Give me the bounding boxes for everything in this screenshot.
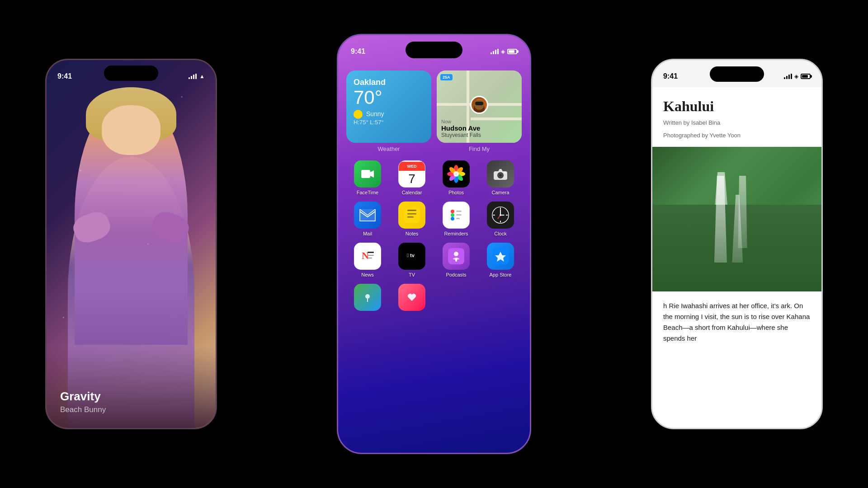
app-camera[interactable]: Camera (479, 156, 522, 197)
calendar-day: WED (399, 162, 425, 171)
svg-point-11 (453, 171, 459, 177)
svg-point-25 (451, 217, 454, 221)
svg-point-24 (451, 213, 454, 217)
left-wifi-icon: ▲ (199, 73, 205, 80)
svg-rect-28 (456, 218, 460, 219)
clock-label: Clock (494, 231, 507, 236)
right-wifi-icon: ◈ (794, 73, 798, 80)
app-health-partial[interactable] (391, 279, 433, 313)
app-grid: FaceTime WED 7 Calendar (346, 156, 522, 279)
svg-rect-19 (407, 210, 416, 211)
mail-label: Mail (363, 231, 372, 236)
facetime-icon (354, 160, 381, 188)
weather-condition: Sunny (354, 110, 424, 119)
left-time: 9:41 (57, 72, 72, 80)
news-label: News (361, 272, 374, 277)
app-appstore[interactable]: App Store (479, 238, 522, 279)
left-track-artist: Beach Bunny (60, 405, 106, 414)
appstore-icon-svg (492, 248, 509, 264)
sun-icon (354, 110, 363, 119)
appstore-label: App Store (490, 272, 512, 277)
svg-rect-22 (448, 207, 464, 223)
svg-rect-26 (456, 211, 462, 212)
article-title: Kahului (663, 98, 811, 115)
svg-rect-42 (368, 255, 374, 256)
reminders-icon (443, 202, 470, 229)
health-icon (398, 284, 425, 311)
article-header: Kahului Written by Isabel Bina Photograp… (652, 87, 821, 147)
right-article-content: Kahului Written by Isabel Bina Photograp… (652, 87, 821, 428)
left-signal-icon (189, 74, 197, 79)
map-now: Now (441, 119, 481, 124)
findmy-widget-container: 25A Now Hudson Ave (437, 70, 522, 152)
maps-icon-svg (361, 291, 374, 304)
map-city: Stuyvesant Falls (441, 132, 481, 138)
right-phone: 9:41 ◈ Kahului Written by Isabel Bina Ph… (651, 59, 823, 429)
appstore-icon (487, 243, 514, 270)
findmy-label: Find My (437, 145, 522, 152)
center-wifi-icon: ◈ (501, 48, 505, 55)
podcasts-icon-svg (448, 248, 464, 264)
app-mail[interactable]: Mail (346, 197, 389, 238)
svg-rect-18 (404, 207, 420, 223)
calendar-icon: WED 7 (398, 160, 425, 188)
article-paragraph: h Rie Iwahashi arrives at her office, it… (663, 300, 811, 344)
svg-rect-48 (455, 258, 457, 262)
left-artwork: Gravity Beach Bunny (47, 60, 216, 428)
svg-rect-20 (407, 213, 416, 215)
mail-icon (354, 202, 381, 229)
right-battery-icon (801, 74, 811, 79)
svg-text: tv:  tv (407, 253, 415, 258)
left-status-icons: ▲ (189, 73, 205, 80)
tv-label: TV (409, 272, 415, 277)
photos-icon-svg (446, 164, 466, 184)
article-image (652, 147, 821, 291)
weather-temp: 70° (354, 87, 424, 108)
notes-icon-svg (404, 207, 420, 223)
svg-point-38 (500, 214, 501, 216)
photos-label: Photos (448, 190, 464, 195)
facetime-label: FaceTime (357, 190, 379, 195)
clock-icon-svg (491, 206, 510, 225)
app-notes[interactable]: Notes (391, 197, 433, 238)
center-dynamic-island (406, 42, 462, 58)
app-photos[interactable]: Photos (435, 156, 477, 197)
app-maps-partial[interactable] (346, 279, 389, 313)
app-clock[interactable]: Clock (479, 197, 522, 238)
app-calendar[interactable]: WED 7 Calendar (391, 156, 433, 197)
app-podcasts[interactable]: Podcasts (435, 238, 477, 279)
center-status-icons: ◈ (491, 48, 517, 55)
map-pin (470, 96, 488, 114)
app-facetime[interactable]: FaceTime (346, 156, 389, 197)
svg-point-47 (454, 252, 458, 256)
reminders-label: Reminders (444, 231, 468, 236)
center-signal-icon (491, 49, 499, 54)
svg-point-15 (499, 174, 502, 177)
notes-label: Notes (406, 231, 419, 236)
app-news[interactable]: N News (346, 238, 389, 279)
bottom-app-row (346, 279, 522, 313)
notes-icon (398, 202, 425, 229)
weather-highlow: H:75° L:57° (354, 119, 424, 126)
app-reminders[interactable]: Reminders (435, 197, 477, 238)
app-tv[interactable]:  tv TV (391, 238, 433, 279)
widgets-row: Oakland 70° Sunny H:75° L:57° Weather (346, 70, 522, 152)
article-photographed-by: Photographed by Yvette Yoon (663, 131, 811, 140)
weather-label: Weather (346, 145, 431, 152)
weather-city: Oakland (354, 78, 424, 87)
center-time: 9:41 (351, 47, 365, 56)
news-icon: N (354, 243, 381, 270)
mail-icon-svg (359, 209, 376, 221)
left-overlay (47, 347, 216, 428)
left-now-playing: Gravity Beach Bunny (60, 389, 106, 414)
clock-icon (487, 202, 514, 229)
calendar-label: Calendar (402, 190, 422, 195)
weather-widget[interactable]: Oakland 70° Sunny H:75° L:57° (346, 70, 431, 143)
photos-icon (443, 160, 470, 188)
findmy-widget[interactable]: 25A Now Hudson Ave (437, 70, 522, 143)
map-route-badge: 25A (440, 74, 453, 80)
tv-icon-svg:  tv (404, 248, 420, 264)
maps-icon (354, 284, 381, 311)
center-battery-icon (507, 49, 517, 54)
facetime-icon-svg (360, 167, 375, 181)
